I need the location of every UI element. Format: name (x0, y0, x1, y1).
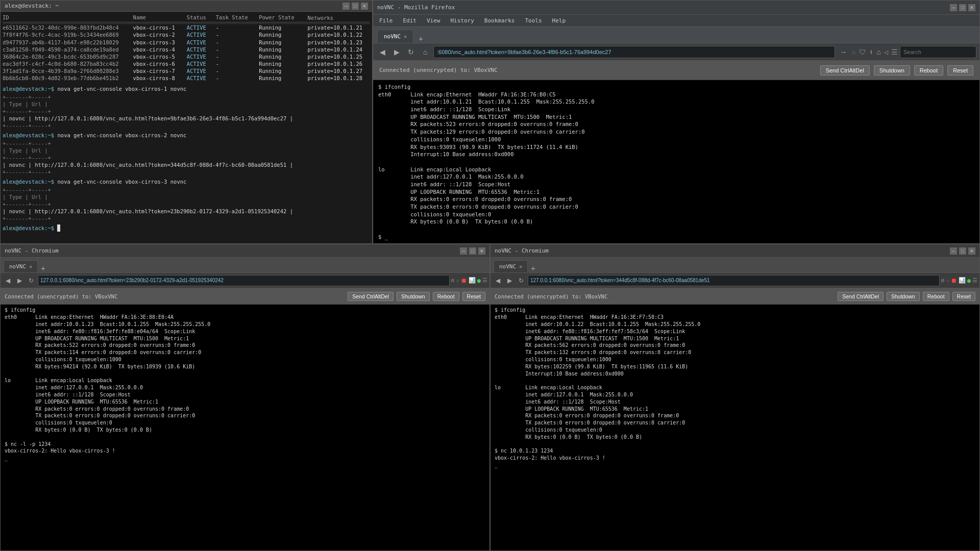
chromium-left-reload[interactable]: ↻ (26, 276, 36, 286)
table-row: 3f1ad1fa-0cce-4b39-8a9a-2f66d80288e3vbox… (3, 67, 370, 74)
vm-table: ID Name Status Task State Power State Ne… (3, 14, 370, 82)
vnc-screen-bottom-left: $ ifconfigeth0 Link encap:Ethernet HWadd… (1, 305, 489, 550)
chromium-right-send-ctrl-alt-del[interactable]: Send CtrlAltDel (838, 292, 884, 301)
chromium-left-stop-icon[interactable]: ⏹ (461, 277, 467, 284)
chromium-left-menu-icon[interactable]: ☰ (482, 277, 487, 284)
table-row: d9477937-ab4b-4117-b647-e98c22b18029vbox… (3, 39, 370, 46)
menu-history[interactable]: History (449, 16, 476, 25)
chromium-right-maximize[interactable]: □ (959, 247, 966, 255)
chromium-right-back[interactable]: ◀ (493, 276, 503, 286)
close-button[interactable]: ✕ (361, 3, 368, 10)
table-row: 36864c2e-028c-49c3-bcdc-653b05d9c287vbox… (3, 53, 370, 60)
chromium-left-minimize[interactable]: ─ (460, 247, 467, 255)
firefox-menubar: File Edit View History Bookmarks Tools H… (373, 15, 979, 27)
send-ctrl-alt-del-button[interactable]: Send CtrlAltDel (820, 65, 870, 76)
chromium-right-novnc-toolbar: Connected (unencrypted) to: VBoxVNC Send… (491, 288, 979, 305)
chromium-right-reset[interactable]: Reset (952, 292, 975, 301)
chromium-right-minimize[interactable]: ─ (950, 247, 957, 255)
window-controls[interactable]: ─ □ ✕ (342, 3, 368, 10)
menu-view[interactable]: View (425, 16, 443, 25)
chromium-left-reset[interactable]: Reset (462, 292, 485, 301)
chromium-right-menu-icon[interactable]: ☰ (972, 277, 977, 284)
chromium-left-star-icon[interactable]: ☆ (456, 277, 459, 284)
chromium-left-back[interactable]: ◀ (3, 276, 13, 286)
chromium-left-tab[interactable]: noVNC ✕ (4, 260, 38, 272)
firefox-tabbar: noVNC ✕ + (373, 27, 979, 43)
firefox-window-controls[interactable]: ─ □ ✕ (950, 4, 975, 11)
firefox-navbar: ◀ ▶ ↻ ⌂ → ☆ 🛡 ⬇ ⌂ ◁ ☰ (373, 43, 979, 61)
chromium-left-send-ctrl-alt-del[interactable]: Send CtrlAltDel (348, 292, 394, 301)
go-button[interactable]: → (837, 46, 849, 58)
chromium-right-reload[interactable]: ↻ (516, 276, 526, 286)
firefox-minimize-button[interactable]: ─ (950, 4, 957, 11)
chromium-left-maximize[interactable]: □ (469, 247, 476, 255)
terminal-content: ID Name Status Task State Power State Ne… (1, 12, 372, 243)
chromium-left-tab-close[interactable]: ✕ (29, 264, 32, 269)
firefox-window-title: noVNC - Mozilla Firefox (377, 4, 455, 11)
menu-help[interactable]: Help (550, 16, 568, 25)
chromium-right-shutdown[interactable]: Shutdown (887, 292, 920, 301)
minimize-button[interactable]: ─ (342, 3, 350, 10)
shutdown-button[interactable]: Shutdown (874, 65, 910, 76)
reload-button[interactable]: ↻ (405, 46, 417, 58)
chromium-right-chart-icon: 📊 (959, 277, 966, 284)
vnc-screen-bottom-right: $ ifconfigeth0 Link encap:Ethernet HWadd… (491, 305, 979, 550)
chromium-left-reboot[interactable]: Reboot (433, 292, 459, 301)
tab-label: noVNC (384, 33, 401, 40)
chromium-left-url-bar[interactable] (38, 275, 450, 286)
bookmarks-star-icon[interactable]: ☆ (851, 48, 855, 56)
back-nav-icon[interactable]: ◁ (884, 48, 888, 56)
chromium-right-tab-close[interactable]: ✕ (519, 264, 522, 269)
search-input[interactable] (900, 46, 976, 58)
table-row: 7f8f4f76-9cfc-4cac-919b-5c3434ee6869vbox… (3, 31, 370, 38)
chromium-left-forward[interactable]: ▶ (14, 276, 24, 286)
chromium-right-green-icon: ● (967, 277, 971, 284)
chromium-left-novnc-toolbar: Connected (unencrypted) to: VBoxVNC Send… (1, 288, 489, 305)
home-button[interactable]: ⌂ (419, 46, 431, 58)
shield-icon: 🛡 (859, 48, 866, 56)
chromium-left-controls[interactable]: ─ □ ✕ (460, 247, 485, 255)
new-tab-button[interactable]: + (415, 35, 426, 43)
back-button[interactable]: ◀ (376, 46, 388, 58)
chromium-left-tabbar: noVNC ✕ + (1, 258, 489, 273)
reset-button[interactable]: Reset (947, 65, 973, 76)
chromium-right-controls[interactable]: ─ □ ✕ (950, 247, 975, 255)
terminal-commands: alex@devstack:~$ nova get-vnc-console vb… (3, 85, 370, 232)
menu-tools[interactable]: Tools (523, 16, 544, 25)
chromium-right-star-icon[interactable]: ☆ (946, 277, 949, 284)
chromium-right-settings-icon[interactable]: ⚙ (941, 277, 945, 284)
maximize-button[interactable]: □ (352, 3, 359, 10)
table-row: e6511662-5c32-40dc-990e-803fbd2b48c4vbox… (3, 24, 370, 32)
chromium-right-forward[interactable]: ▶ (504, 276, 514, 286)
home-nav-icon[interactable]: ⌂ (876, 48, 880, 56)
menu-file[interactable]: File (377, 16, 395, 25)
url-bar[interactable] (433, 46, 835, 58)
firefox-close-button[interactable]: ✕ (968, 4, 975, 11)
table-row: eac3df3f-c4cf-4c0d-b680-827ba83cc4b2vbox… (3, 60, 370, 67)
chromium-left-close[interactable]: ✕ (478, 247, 485, 255)
firefox-titlebar: noVNC - Mozilla Firefox ─ □ ✕ (373, 1, 979, 15)
chromium-right-titlebar: noVNC - Chromium ─ □ ✕ (491, 244, 979, 258)
menu-icon[interactable]: ☰ (891, 48, 898, 56)
chromium-right-close[interactable]: ✕ (968, 247, 975, 255)
chromium-right-new-tab[interactable]: + (528, 264, 538, 272)
menu-bookmarks[interactable]: Bookmarks (482, 16, 517, 25)
chromium-left-tab-label: noVNC (9, 263, 26, 270)
reboot-button[interactable]: Reboot (914, 65, 943, 76)
novnc-status: Connected (unencrypted) to: VBoxVNC (379, 67, 816, 73)
firefox-maximize-button[interactable]: □ (959, 4, 966, 11)
tab-close-button[interactable]: ✕ (404, 34, 407, 39)
chromium-left-shutdown[interactable]: Shutdown (397, 292, 430, 301)
chromium-right-tab[interactable]: noVNC ✕ (494, 260, 528, 272)
chromium-right-stop-icon[interactable]: ⏹ (951, 277, 957, 284)
chromium-right-reboot[interactable]: Reboot (923, 292, 949, 301)
chromium-right-url-bar[interactable] (528, 275, 940, 286)
chromium-left-settings-icon[interactable]: ⚙ (451, 277, 455, 284)
firefox-tab-novnc[interactable]: noVNC ✕ (377, 30, 413, 43)
download-icon[interactable]: ⬇ (869, 48, 873, 56)
forward-button[interactable]: ▶ (390, 46, 403, 58)
chromium-left-titlebar: noVNC - Chromium ─ □ ✕ (1, 244, 489, 258)
chromium-left-new-tab[interactable]: + (38, 264, 48, 272)
terminal-title: alex@devstack: ~ (5, 3, 59, 9)
menu-edit[interactable]: Edit (401, 16, 419, 25)
